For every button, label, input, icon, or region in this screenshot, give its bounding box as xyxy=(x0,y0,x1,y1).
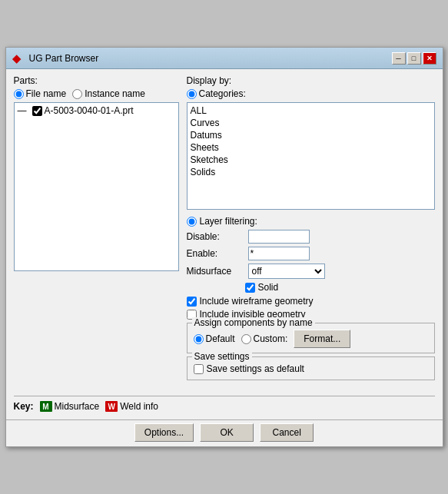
layer-filtering-section: Layer filtering: Disable: Enable: Midsur… xyxy=(187,216,435,293)
content-area: Parts: File name Instance name — xyxy=(6,69,443,391)
category-datums[interactable]: Datums xyxy=(191,129,431,141)
category-sketches[interactable]: Sketches xyxy=(191,154,431,166)
key-label: Key: xyxy=(14,401,34,412)
midsurface-key-item: M Midsurface xyxy=(40,401,100,412)
default-radio[interactable] xyxy=(194,334,204,344)
wireframe-row: Include wireframe geometry xyxy=(187,296,435,307)
midsurface-dropdown[interactable]: off on xyxy=(248,264,325,279)
titlebar-left: ◆ UG Part Browser xyxy=(12,52,99,65)
enable-input[interactable] xyxy=(248,247,310,260)
save-settings-group: Save settings Save settings as default xyxy=(187,356,435,380)
titlebar: ◆ UG Part Browser ─ □ ✕ xyxy=(6,48,443,69)
assign-components-title: Assign components by name xyxy=(192,317,315,328)
category-all[interactable]: ALL xyxy=(191,104,431,117)
categories-radio[interactable] xyxy=(187,89,197,99)
assign-components-group: Assign components by name Default Custom… xyxy=(187,323,435,353)
categories-radio-group: Categories: xyxy=(187,88,435,99)
instance-radio-label[interactable]: Instance name xyxy=(72,88,145,99)
disable-input[interactable] xyxy=(248,230,310,244)
main-window: ◆ UG Part Browser ─ □ ✕ Parts: File name xyxy=(5,47,443,447)
assign-components-controls: Default Custom: Format... xyxy=(194,330,428,348)
parts-label: Parts: xyxy=(14,75,179,86)
disable-label: Disable: xyxy=(187,231,248,242)
enable-row: Enable: xyxy=(187,247,435,260)
filename-radio[interactable] xyxy=(14,89,24,99)
category-curves[interactable]: Curves xyxy=(191,117,431,129)
save-settings-label: Save settings as default xyxy=(207,363,304,374)
tree-item[interactable]: — A-5003-0040-01-A.prt xyxy=(16,104,177,117)
titlebar-buttons: ─ □ ✕ xyxy=(392,52,436,65)
wireframe-label: Include wireframe geometry xyxy=(200,296,314,307)
solid-label: Solid xyxy=(258,282,279,293)
save-settings-checkbox[interactable] xyxy=(194,364,204,374)
tree-indent: — xyxy=(18,105,30,116)
disable-row: Disable: xyxy=(187,230,435,244)
close-button[interactable]: ✕ xyxy=(423,52,436,65)
weld-key-item: W Weld info xyxy=(105,401,158,412)
file-tree[interactable]: — A-5003-0040-01-A.prt xyxy=(14,102,179,271)
restore-button[interactable]: □ xyxy=(407,52,421,65)
midsurface-badge: M xyxy=(40,401,52,412)
categories-radio-label[interactable]: Categories: xyxy=(187,88,246,99)
app-icon: ◆ xyxy=(12,52,25,65)
main-layout: Parts: File name Instance name — xyxy=(14,75,435,383)
default-radio-label[interactable]: Default xyxy=(194,333,235,344)
categories-listbox[interactable]: ALL Curves Datums Sheets Sketches Solids xyxy=(187,102,435,210)
midsurface-key-text: Midsurface xyxy=(55,401,100,412)
category-solids[interactable]: Solids xyxy=(191,166,431,178)
left-panel: Parts: File name Instance name — xyxy=(14,75,179,383)
options-button[interactable]: Options... xyxy=(134,423,194,442)
filename-radio-label[interactable]: File name xyxy=(14,88,67,99)
titlebar-title: UG Part Browser xyxy=(29,53,99,64)
bottom-section: Key: M Midsurface W Weld info xyxy=(6,391,443,419)
weld-key-text: Weld info xyxy=(120,401,158,412)
parts-radio-group: File name Instance name xyxy=(14,88,179,99)
display-by-label: Display by: xyxy=(187,75,435,86)
wireframe-checkbox[interactable] xyxy=(187,297,197,307)
midsurface-label: Midsurface xyxy=(187,266,248,277)
save-settings-row: Save settings as default xyxy=(194,363,428,374)
layer-filtering-radio-label[interactable]: Layer filtering: xyxy=(187,216,257,227)
weld-badge: W xyxy=(105,401,118,412)
minimize-button[interactable]: ─ xyxy=(392,52,406,65)
custom-radio-label[interactable]: Custom: xyxy=(241,333,288,344)
category-sheets[interactable]: Sheets xyxy=(191,141,431,154)
midsurface-row: Midsurface off on xyxy=(187,264,435,279)
tree-item-label: A-5003-0040-01-A.prt xyxy=(45,105,134,116)
enable-label: Enable: xyxy=(187,248,248,259)
key-row: Key: M Midsurface W Weld info xyxy=(14,396,435,412)
layer-filtering-radio[interactable] xyxy=(187,217,197,227)
custom-radio[interactable] xyxy=(241,334,251,344)
solid-checkbox[interactable] xyxy=(245,283,255,293)
layer-filtering-row: Layer filtering: xyxy=(187,216,435,227)
tree-item-checkbox[interactable] xyxy=(32,106,42,116)
format-button[interactable]: Format... xyxy=(294,330,350,348)
cancel-button[interactable]: Cancel xyxy=(260,423,314,442)
ok-button[interactable]: OK xyxy=(200,423,254,442)
button-row: Options... OK Cancel xyxy=(6,419,443,446)
save-settings-title: Save settings xyxy=(192,351,252,362)
right-panel: Display by: Categories: ALL Curves Datum… xyxy=(187,75,435,383)
solid-row: Solid xyxy=(245,282,435,293)
instance-radio[interactable] xyxy=(72,89,82,99)
